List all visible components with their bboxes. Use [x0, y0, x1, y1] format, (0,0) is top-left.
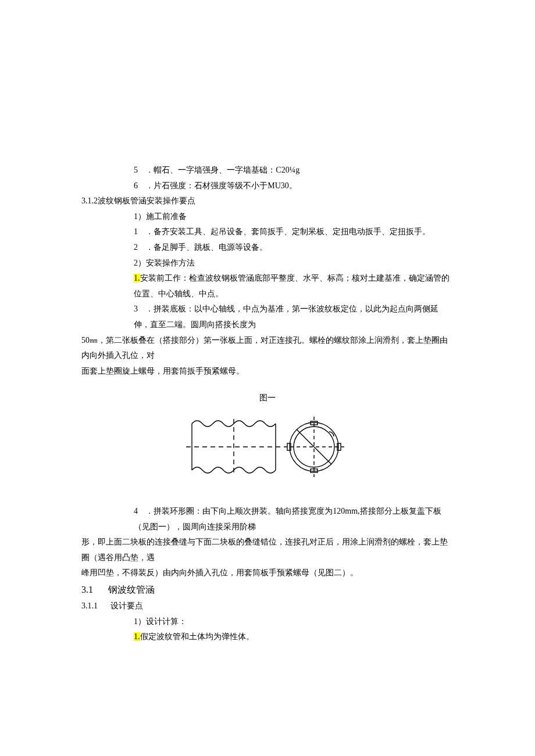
heading-number: 3.1.1: [81, 601, 98, 610]
highlighted-number: 1.: [134, 274, 140, 282]
subheading: 1）施工前准备: [81, 209, 454, 225]
heading-text: 设计要点: [110, 601, 143, 610]
heading-3-1-1: 3.1.1设计要点: [81, 599, 454, 614]
list-item: 1.假定波纹管和土体均为弹性体。: [81, 629, 454, 645]
figure-svg: [180, 406, 355, 488]
paragraph-line: 面套上垫圈旋上螺母，用套筒扳手预紧螺母。: [81, 364, 454, 379]
item-number: 2: [134, 240, 144, 256]
item-text: ．帽石、一字墙强身、一字墙基础：C20¼g: [145, 166, 299, 174]
list-item: 6 ．片石强度：石材强度等级不小于MU30。: [81, 178, 454, 194]
item-text: ．备足脚手、跳板、电源等设备。: [145, 243, 268, 252]
subheading: 1）设计计算：: [81, 614, 454, 630]
item-text: ．备齐安装工具、起吊设备、套筒扳手、定制呆板、定扭电动扳手、定扭扳手。: [145, 227, 430, 236]
paragraph-line: 50㎜，第二张板叠在（搭接部分）第一张板上面，对正连接孔。螺栓的螺纹部涂上润滑剂…: [81, 333, 454, 364]
item-text: ．片石强度：石材强度等级不小于MU30。: [145, 181, 297, 190]
subheading: 2）安装操作方法: [81, 256, 454, 271]
list-item: 1.安装前工作：检查波纹钢板管涵底部平整度、水平、标高；核对土建基准，确定涵管的…: [81, 271, 454, 302]
paragraph-line: 峰用凹垫，不得装反）由内向外插入孔位，用套筒板手预紧螺母（见图二）。: [81, 565, 454, 581]
figure-one: 图一: [81, 390, 454, 488]
item-text: 假定波纹管和土体均为弹性体。: [140, 632, 254, 641]
list-item: 3 ．拼装底板：以中心轴线，中点为基准，第一张波纹板定位，以此为起点向两侧延伸，…: [81, 302, 454, 332]
item-number: 3: [134, 302, 144, 317]
heading-number: 3.1: [81, 585, 93, 594]
item-number: 5: [134, 163, 144, 178]
list-item: 4 ．拼装环形圈：由下向上顺次拼装。轴向搭接宽度为120mm,搭接部分上板复盖下…: [81, 504, 454, 535]
list-item: 2 ．备足脚手、跳板、电源等设备。: [81, 240, 454, 256]
heading-text: 钢波纹管涵: [108, 585, 155, 594]
paragraph-line: 形，即上面二块板的连接叠缝与下面二块板的叠缝错位，连接孔对正后，用涂上润滑剂的螺…: [81, 535, 454, 565]
figure-label: 图一: [81, 390, 454, 406]
item-text: 安装前工作：检查波纹钢板管涵底部平整度、水平、标高；核对土建基准，确定涵管的位置…: [134, 274, 450, 298]
list-item: 5 ．帽石、一字墙强身、一字墙基础：C20¼g: [81, 163, 454, 178]
highlighted-number: 1.: [134, 632, 140, 641]
heading-3-1-2: 3.1.2波纹钢板管涵安装操作要点: [81, 194, 454, 209]
item-number: 4: [134, 504, 144, 519]
item-text: ．拼装环形圈：由下向上顺次拼装。轴向搭接宽度为120mm,搭接部分上板复盖下板（…: [134, 507, 441, 531]
list-item: 1 ．备齐安装工具、起吊设备、套筒扳手、定制呆板、定扭电动扳手、定扭扳手。: [81, 224, 454, 240]
svg-line-8: [297, 429, 331, 464]
item-number: 6: [134, 178, 144, 194]
item-text: ．拼装底板：以中心轴线，中点为基准，第一张波纹板定位，以此为起点向两侧延伸，直至…: [134, 304, 438, 329]
document-page: 5 ．帽石、一字墙强身、一字墙基础：C20¼g 6 ．片石强度：石材强度等级不小…: [41, 0, 494, 756]
heading-3-1: 3.1钢波纹管涵: [81, 581, 454, 599]
item-number: 1: [134, 224, 144, 240]
